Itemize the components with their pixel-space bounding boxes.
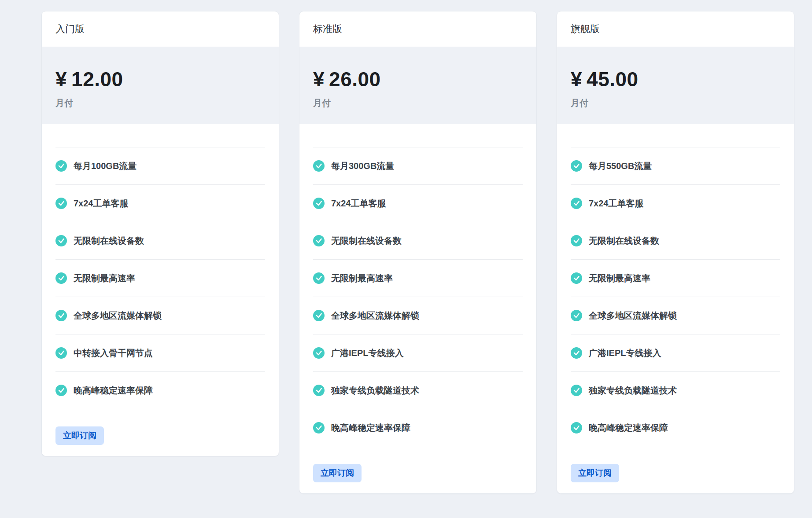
feature-label: 每月550GB流量	[589, 158, 652, 173]
feature-item: 全球多地区流媒体解锁	[313, 297, 523, 334]
feature-label: 广港IEPL专线接入	[331, 345, 403, 360]
plan-header: 标准版	[299, 11, 536, 47]
feature-label: 晚高峰稳定速率保障	[74, 383, 153, 398]
feature-item: 广港IEPL专线接入	[313, 334, 523, 371]
feature-item: 每月300GB流量	[313, 147, 523, 184]
feature-item: 独家专线负载隧道技术	[571, 371, 780, 409]
feature-label: 无限制最高速率	[74, 271, 135, 286]
feature-label: 7x24工单客服	[331, 196, 386, 211]
billing-period: 月付	[55, 98, 265, 108]
cta-row: 立即订阅	[557, 446, 794, 493]
subscribe-button[interactable]: 立即订阅	[55, 426, 104, 445]
price-section: ¥45.00 月付	[557, 47, 794, 125]
check-circle-icon	[313, 422, 325, 434]
feature-label: 广港IEPL专线接入	[589, 345, 661, 360]
pricing-card-flagship: 旗舰版 ¥45.00 月付 每月550GB流量7x24工单客服无限制在线设备数无…	[557, 11, 794, 494]
feature-item: 中转接入骨干网节点	[55, 334, 265, 371]
check-circle-icon	[571, 385, 582, 396]
currency-symbol: ¥	[571, 68, 582, 91]
plan-title: 入门版	[55, 23, 265, 36]
check-circle-icon	[313, 272, 325, 284]
feature-item: 无限制在线设备数	[313, 222, 523, 259]
feature-item: 无限制在线设备数	[55, 222, 265, 259]
plan-header: 旗舰版	[557, 11, 794, 47]
feature-item: 独家专线负载隧道技术	[313, 371, 523, 409]
currency-symbol: ¥	[313, 68, 325, 91]
feature-item: 全球多地区流媒体解锁	[55, 297, 265, 334]
check-circle-icon	[571, 235, 582, 246]
feature-label: 独家专线负载隧道技术	[589, 383, 677, 398]
feature-label: 7x24工单客服	[589, 196, 644, 211]
check-circle-icon	[55, 235, 67, 246]
check-circle-icon	[55, 198, 67, 209]
check-circle-icon	[55, 385, 67, 396]
subscribe-button[interactable]: 立即订阅	[571, 464, 619, 482]
feature-label: 7x24工单客服	[74, 196, 129, 211]
feature-item: 晚高峰稳定速率保障	[55, 371, 265, 409]
feature-item: 无限制在线设备数	[571, 222, 780, 259]
feature-label: 中转接入骨干网节点	[74, 345, 153, 360]
check-circle-icon	[313, 160, 325, 172]
feature-label: 晚高峰稳定速率保障	[589, 420, 668, 435]
feature-label: 无限制最高速率	[331, 271, 393, 286]
feature-label: 无限制在线设备数	[589, 233, 659, 248]
feature-label: 全球多地区流媒体解锁	[589, 308, 677, 323]
check-circle-icon	[313, 347, 325, 359]
currency-symbol: ¥	[55, 68, 67, 91]
feature-label: 全球多地区流媒体解锁	[331, 308, 419, 323]
plan-header: 入门版	[42, 11, 279, 47]
feature-label: 无限制在线设备数	[331, 233, 402, 248]
feature-label: 独家专线负载隧道技术	[331, 383, 419, 398]
check-circle-icon	[55, 310, 67, 321]
feature-item: 全球多地区流媒体解锁	[571, 297, 780, 334]
feature-label: 每月100GB流量	[74, 158, 137, 173]
price-section: ¥26.00 月付	[299, 47, 536, 125]
check-circle-icon	[55, 347, 67, 359]
feature-list: 每月100GB流量7x24工单客服无限制在线设备数无限制最高速率全球多地区流媒体…	[55, 147, 265, 409]
plan-title: 旗舰版	[571, 23, 780, 36]
billing-period: 月付	[571, 98, 780, 108]
check-circle-icon	[313, 235, 325, 246]
feature-item: 晚高峰稳定速率保障	[313, 409, 523, 446]
check-circle-icon	[571, 160, 582, 172]
check-circle-icon	[313, 310, 325, 321]
feature-item: 7x24工单客服	[313, 184, 523, 222]
check-circle-icon	[571, 198, 582, 209]
feature-item: 每月100GB流量	[55, 147, 265, 184]
check-circle-icon	[55, 160, 67, 172]
check-circle-icon	[313, 198, 325, 209]
check-circle-icon	[571, 347, 582, 359]
check-circle-icon	[55, 272, 67, 284]
pricing-card-starter: 入门版 ¥12.00 月付 每月100GB流量7x24工单客服无限制在线设备数无…	[41, 11, 279, 456]
feature-item: 每月550GB流量	[571, 147, 780, 184]
check-circle-icon	[571, 422, 582, 434]
cta-row: 立即订阅	[299, 446, 536, 493]
feature-item: 无限制最高速率	[571, 259, 780, 297]
check-circle-icon	[571, 272, 582, 284]
feature-item: 广港IEPL专线接入	[571, 334, 780, 371]
pricing-row: 入门版 ¥12.00 月付 每月100GB流量7x24工单客服无限制在线设备数无…	[0, 0, 812, 494]
price-amount: 12.00	[71, 68, 123, 91]
feature-label: 每月300GB流量	[331, 158, 394, 173]
feature-label: 晚高峰稳定速率保障	[331, 420, 410, 435]
feature-label: 全球多地区流媒体解锁	[74, 308, 162, 323]
feature-list: 每月300GB流量7x24工单客服无限制在线设备数无限制最高速率全球多地区流媒体…	[313, 147, 523, 446]
cta-row: 立即订阅	[42, 409, 279, 456]
plan-price: ¥12.00	[55, 68, 265, 91]
plan-title: 标准版	[313, 23, 523, 36]
check-circle-icon	[313, 385, 325, 396]
feature-list: 每月550GB流量7x24工单客服无限制在线设备数无限制最高速率全球多地区流媒体…	[571, 147, 780, 446]
feature-item: 无限制最高速率	[55, 259, 265, 297]
check-circle-icon	[571, 310, 582, 321]
plan-price: ¥26.00	[313, 68, 523, 91]
feature-item: 无限制最高速率	[313, 259, 523, 297]
pricing-card-standard: 标准版 ¥26.00 月付 每月300GB流量7x24工单客服无限制在线设备数无…	[299, 11, 537, 494]
price-section: ¥12.00 月付	[42, 47, 279, 125]
feature-label: 无限制在线设备数	[74, 233, 144, 248]
feature-item: 7x24工单客服	[55, 184, 265, 222]
feature-label: 无限制最高速率	[589, 271, 650, 286]
feature-item: 晚高峰稳定速率保障	[571, 409, 780, 446]
subscribe-button[interactable]: 立即订阅	[313, 464, 362, 482]
plan-price: ¥45.00	[571, 68, 780, 91]
price-amount: 26.00	[329, 68, 381, 91]
